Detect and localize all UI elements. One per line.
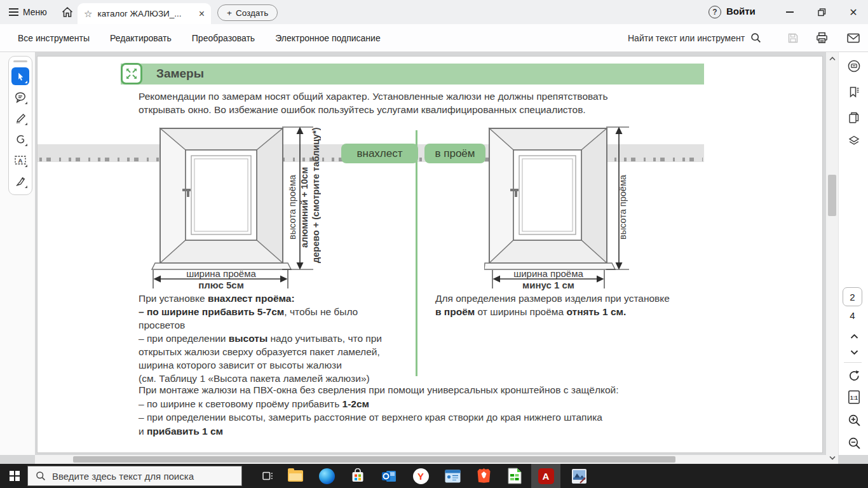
star-icon[interactable]: ☆ [84, 8, 92, 20]
toolbar-convert[interactable]: Преобразовать [192, 33, 255, 43]
text-box-icon: A [14, 154, 27, 166]
text: внахлест проёма: [208, 293, 295, 304]
print-button[interactable] [812, 24, 831, 51]
bookmark-icon [848, 86, 860, 98]
text: ширина которого зависит от высоты жалюзи [139, 360, 342, 370]
text: При установке [139, 293, 208, 304]
layers-panel-button[interactable] [847, 134, 861, 148]
fill-sign-tool-button[interactable] [11, 172, 29, 190]
measure-icon [121, 63, 142, 85]
toolbar-all-tools[interactable]: Все инструменты [18, 33, 90, 43]
draw-tool-button[interactable] [11, 130, 29, 148]
highlight-tool-button[interactable] [11, 109, 29, 127]
search-icon [36, 471, 46, 481]
add-text-tool-button[interactable]: A [11, 151, 29, 169]
taskbar-search[interactable] [27, 466, 242, 486]
select-tool-button[interactable] [11, 67, 29, 85]
home-button[interactable] [61, 6, 74, 21]
toolbar-esign[interactable]: Электронное подписание [275, 33, 381, 43]
taskbar-brave[interactable] [470, 464, 498, 488]
zoom-in-button[interactable] [847, 413, 861, 427]
total-pages-label: 4 [843, 310, 862, 321]
taskbar-photo-editor[interactable] [565, 464, 593, 488]
login-button[interactable]: Войти [726, 6, 756, 17]
taskbar-outlook[interactable] [375, 464, 403, 488]
badge-overlap: внахлест [341, 144, 418, 163]
text: высоты [229, 333, 268, 344]
vertical-scroll-thumb[interactable] [828, 175, 836, 216]
zoom-out-button[interactable] [847, 436, 861, 450]
maximize-button[interactable] [808, 0, 835, 24]
windows-logo-icon [10, 471, 20, 481]
task-view-button[interactable] [255, 464, 280, 488]
save-button[interactable] [783, 24, 803, 51]
next-page-button[interactable] [847, 345, 861, 359]
envelope-icon [847, 33, 860, 43]
start-button[interactable] [0, 464, 29, 488]
taskbar-acrobat-active[interactable]: A [531, 464, 560, 488]
hamburger-icon [9, 8, 18, 16]
plus-icon: + [227, 8, 232, 18]
window-diagram-overlap [146, 125, 330, 294]
close-button[interactable]: ✕ [840, 0, 867, 24]
signature-pen-icon [15, 175, 27, 187]
current-page-input[interactable]: 2 [843, 287, 862, 306]
horizontal-scroll-thumb[interactable] [73, 456, 675, 463]
text: отнять 1 см. [566, 306, 626, 317]
minimize-button[interactable] [776, 0, 803, 24]
cursor-icon [16, 72, 25, 81]
save-icon [787, 32, 799, 44]
scroll-up-icon[interactable] [826, 53, 838, 64]
taskbar-contacts-app[interactable] [438, 464, 466, 488]
actual-size-button[interactable]: 1:1 [847, 390, 861, 404]
page-thumbnails-button[interactable] [847, 111, 861, 125]
email-button[interactable] [844, 24, 863, 51]
text: – по ширине прибавить 5-7см [139, 306, 284, 317]
vertical-scrollbar[interactable] [826, 52, 838, 464]
scroll-down-icon[interactable] [826, 452, 838, 463]
home-icon [61, 6, 74, 18]
taskbar-edge[interactable] [313, 464, 341, 488]
text: 1-2см [342, 398, 370, 409]
help-button[interactable]: ? [709, 6, 721, 18]
document-tab[interactable]: ☆ каталог ЖАЛЮЗИ_... × [78, 3, 211, 24]
palette-drag-handle[interactable] [13, 60, 27, 62]
inset-paragraph: Для определения размеров изделия при уст… [435, 292, 715, 318]
taskbar-libreoffice-calc[interactable] [501, 464, 529, 488]
comments-panel-button[interactable] [847, 59, 861, 73]
search-label: Найти текст или инструмент [628, 33, 745, 43]
comments-icon [847, 59, 861, 73]
layers-icon [848, 135, 860, 147]
taskbar-search-input[interactable] [52, 471, 224, 482]
contact-card-icon [445, 470, 461, 483]
text: от ширины проёма [475, 306, 566, 317]
comment-tool-button[interactable] [11, 88, 29, 106]
taskbar-file-explorer[interactable] [281, 464, 309, 488]
toolbar-edit[interactable]: Редактировать [110, 33, 172, 43]
comment-icon [14, 91, 27, 104]
printer-icon [816, 32, 828, 44]
photo-editor-icon [571, 468, 587, 484]
previous-page-button[interactable] [847, 329, 861, 343]
taskbar-yandex-browser[interactable]: Y [407, 464, 435, 488]
edge-icon [319, 468, 335, 484]
find-tool-search[interactable]: Найти текст или инструмент [628, 24, 761, 51]
bookmarks-panel-button[interactable] [847, 85, 861, 99]
column-divider [416, 130, 417, 376]
menu-button[interactable]: Меню [6, 4, 50, 20]
tab-title: каталог ЖАЛЮЗИ_... [97, 9, 193, 18]
badge-inset: в проём [424, 144, 485, 163]
rotate-page-button[interactable] [847, 369, 861, 383]
file-explorer-icon [288, 470, 303, 482]
zoom-out-icon [848, 437, 861, 450]
text: просветов [139, 320, 185, 330]
text: (см. Таблицу 1 «Высота пакета ламелей жа… [139, 373, 370, 384]
tab-close-icon[interactable]: × [199, 8, 205, 20]
freeform-draw-icon [15, 133, 27, 146]
zoom-in-icon [848, 414, 861, 427]
text: надо учитывать, что при [268, 333, 382, 344]
text: прибавить 1 см [147, 426, 223, 437]
rotate-icon [848, 369, 861, 383]
taskbar-store[interactable] [344, 464, 372, 488]
create-button[interactable]: + Создать [217, 4, 278, 21]
